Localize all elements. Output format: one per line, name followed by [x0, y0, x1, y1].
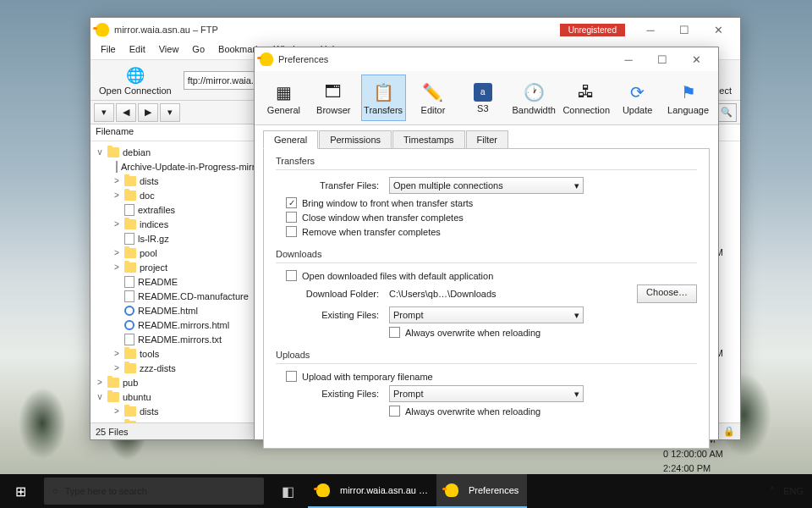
folder-icon	[107, 147, 119, 157]
dl-existing-select[interactable]: Prompt▾	[389, 306, 584, 323]
expand-icon[interactable]: >	[112, 262, 121, 272]
cat-browser[interactable]: 🗔Browser	[311, 75, 356, 121]
tree-item[interactable]: vdebian	[94, 145, 256, 159]
folder-icon	[124, 248, 136, 258]
tab-permissions[interactable]: Permissions	[319, 130, 392, 148]
open-connection-button[interactable]: 🌐 Open Connection	[94, 64, 177, 97]
pref-titlebar[interactable]: Preferences ─ ☐ ✕	[255, 47, 718, 71]
close-complete-checkbox[interactable]	[286, 212, 297, 223]
taskbar-search[interactable]: ○Type here to search	[44, 478, 264, 505]
cat-update[interactable]: ⟳Update	[615, 75, 660, 121]
expand-icon[interactable]: >	[112, 219, 121, 229]
cat-editor[interactable]: ✏️Editor	[411, 75, 456, 121]
tree-item[interactable]: extrafiles	[94, 202, 256, 217]
tree-item[interactable]: README.mirrors.txt	[94, 332, 256, 346]
language-indicator[interactable]: ENG	[783, 486, 804, 496]
taskbar-item-preferences[interactable]: Preferences	[436, 474, 527, 508]
tree-item[interactable]: Archive-Update-in-Progress-mirror.w	[94, 159, 256, 174]
cat-bandwidth[interactable]: 🕐Bandwidth	[510, 75, 557, 121]
choose-button[interactable]: Choose…	[637, 284, 697, 303]
start-button[interactable]: ⊞	[0, 474, 41, 508]
taskbar-item-ftp[interactable]: mirror.waia.asn.au …	[308, 474, 436, 508]
preferences-dialog: Preferences ─ ☐ ✕ ▦General 🗔Browser 📋Tra…	[254, 47, 719, 440]
nav-dropdown[interactable]: ▾	[94, 103, 114, 122]
group-downloads: Downloads Open downloaded files with def…	[276, 249, 697, 338]
tab-general[interactable]: General	[263, 130, 318, 149]
tree-item[interactable]: >project	[94, 260, 256, 274]
expand-icon[interactable]: >	[96, 378, 104, 387]
task-view-button[interactable]: ◧	[267, 474, 308, 508]
nav-forward[interactable]: ▶	[138, 103, 158, 122]
pref-close-button[interactable]: ✕	[679, 48, 713, 70]
tree-item[interactable]: >pub	[94, 375, 256, 389]
menu-file[interactable]: File	[94, 41, 123, 59]
html-icon	[124, 320, 134, 330]
taskbar: ⊞ ○Type here to search ◧ mirror.waia.asn…	[0, 474, 812, 508]
titlebar[interactable]: mirror.waia.asn.au – FTP Unregistered ─ …	[91, 18, 740, 41]
expand-icon[interactable]: >	[112, 176, 121, 185]
nav-up[interactable]: ▾	[160, 103, 180, 122]
cat-general[interactable]: ▦General	[261, 75, 306, 121]
menu-go[interactable]: Go	[185, 41, 211, 59]
remove-complete-checkbox[interactable]	[286, 226, 297, 237]
tree-item[interactable]: vubuntu	[94, 389, 256, 404]
tree-item[interactable]: >doc	[94, 188, 256, 202]
maximize-button[interactable]: ☐	[667, 19, 701, 41]
ul-overwrite-checkbox[interactable]	[389, 406, 400, 417]
item-label: doc	[140, 190, 155, 201]
expand-icon[interactable]: >	[112, 190, 121, 200]
tree-item[interactable]: >dists	[94, 174, 256, 188]
group-uploads: Uploads Upload with temporary filename E…	[276, 350, 697, 417]
tree-item[interactable]: >indices	[94, 217, 256, 231]
minimize-button[interactable]: ─	[634, 19, 667, 41]
cat-transfers[interactable]: 📋Transfers	[361, 75, 406, 121]
tab-filter[interactable]: Filter	[466, 130, 508, 148]
tray-chevron-icon[interactable]: ˄	[770, 486, 775, 497]
transfer-files-select[interactable]: Open multiple connections▾	[389, 177, 584, 194]
open-default-checkbox[interactable]	[286, 270, 297, 281]
app-icon	[316, 483, 330, 497]
tree-item[interactable]: README	[94, 274, 256, 289]
dl-existing-label: Existing Files:	[286, 310, 379, 320]
nav-back[interactable]: ◀	[116, 103, 136, 122]
menu-edit[interactable]: Edit	[123, 41, 152, 59]
chevron-down-icon: ▾	[574, 389, 579, 400]
tree-item[interactable]: README.mirrors.html	[94, 318, 256, 332]
cat-s3[interactable]: aS3	[460, 75, 505, 121]
expand-icon[interactable]: >	[112, 349, 121, 358]
tree-item[interactable]: >pool	[94, 246, 256, 260]
expand-icon[interactable]: v	[96, 147, 104, 157]
folder-icon	[124, 262, 136, 273]
tree-item[interactable]: README.html	[94, 303, 256, 318]
item-label: project	[140, 262, 167, 273]
bring-front-checkbox[interactable]: ✓	[286, 197, 297, 208]
expand-icon[interactable]: v	[96, 392, 104, 401]
close-button[interactable]: ✕	[701, 19, 735, 41]
tab-timestamps[interactable]: Timestamps	[392, 130, 465, 148]
file-icon	[124, 233, 134, 245]
item-label: zzz-dists	[140, 363, 176, 373]
cat-connection[interactable]: 🖧Connection	[562, 75, 610, 121]
tree-item[interactable]: >dists	[94, 404, 256, 418]
expand-icon[interactable]: >	[112, 363, 121, 373]
menu-view[interactable]: View	[152, 41, 186, 59]
ul-existing-select[interactable]: Prompt▾	[389, 385, 584, 402]
expand-icon[interactable]: >	[112, 248, 121, 257]
tree-item[interactable]: README.CD-manufacture	[94, 289, 256, 303]
file-icon	[124, 276, 134, 288]
folder-icon	[124, 190, 136, 201]
globe-plus-icon: 🌐	[125, 65, 145, 86]
folder-icon	[107, 378, 119, 388]
pref-minimize-button[interactable]: ─	[612, 48, 645, 70]
temp-filename-checkbox[interactable]	[286, 371, 297, 382]
cat-language[interactable]: ⚑Language	[665, 75, 711, 121]
tree-item[interactable]: >tools	[94, 346, 256, 361]
dl-overwrite-checkbox[interactable]	[389, 327, 400, 338]
expand-icon[interactable]: >	[112, 406, 121, 416]
system-tray[interactable]: ˄ENG	[761, 486, 812, 497]
pref-maximize-button[interactable]: ☐	[645, 48, 679, 70]
tree-item[interactable]: ls-lR.gz	[94, 231, 256, 246]
tree-item[interactable]: >zzz-dists	[94, 361, 256, 375]
item-label: README.html	[138, 306, 198, 316]
item-label: indices	[140, 219, 168, 229]
